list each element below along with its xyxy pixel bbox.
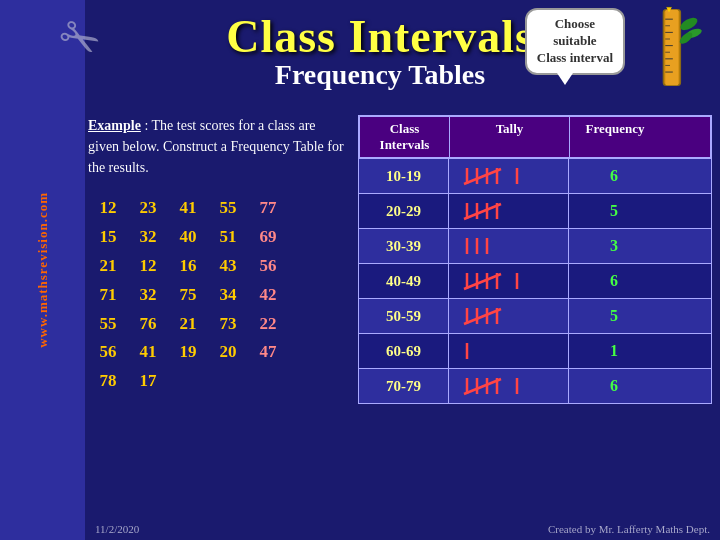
- freq-70-79: 6: [569, 369, 659, 403]
- header-frequency: Frequency: [570, 117, 660, 157]
- table-body: 10-19 6 20-29: [358, 159, 712, 510]
- num-4-0: 55: [88, 310, 128, 339]
- tally-10-19: [449, 159, 569, 193]
- interval-50-59: 50-59: [359, 299, 449, 333]
- table-row: 50-59 5: [358, 299, 712, 334]
- table-row: 40-49 6: [358, 264, 712, 299]
- num-0-3: 55: [208, 194, 248, 223]
- num-5-1: 41: [128, 338, 168, 367]
- interval-10-19: 10-19: [359, 159, 449, 193]
- table-row: 20-29 5: [358, 194, 712, 229]
- num-3-0: 71: [88, 281, 128, 310]
- interval-20-29: 20-29: [359, 194, 449, 228]
- svg-line-40: [464, 309, 501, 324]
- table-row: 70-79 6: [358, 369, 712, 404]
- tally-20-29: [449, 194, 569, 228]
- num-1-1: 32: [128, 223, 168, 252]
- footer-date: 11/2/2020: [95, 523, 139, 535]
- speech-line-2: suitable: [553, 33, 596, 48]
- table-row: 30-39 3: [358, 229, 712, 264]
- num-6-3: [208, 367, 248, 396]
- svg-line-26: [464, 204, 501, 219]
- speech-line-3: Class interval: [537, 50, 613, 65]
- num-5-3: 20: [208, 338, 248, 367]
- num-4-3: 73: [208, 310, 248, 339]
- freq-50-59: 5: [569, 299, 659, 333]
- header-interval: Class Intervals: [360, 117, 450, 157]
- numbers-grid: 12 23 41 55 77 15 32 40 51 69 21 12 16 4…: [88, 194, 348, 396]
- example-block: Example : The test scores for a class ar…: [88, 115, 348, 510]
- tally-30-39: [449, 229, 569, 263]
- num-0-0: 12: [88, 194, 128, 223]
- freq-60-69: 1: [569, 334, 659, 368]
- num-3-1: 32: [128, 281, 168, 310]
- tally-60-69: [449, 334, 569, 368]
- svg-line-34: [464, 274, 501, 289]
- subtitle: Frequency Tables: [275, 59, 485, 91]
- num-1-4: 69: [248, 223, 288, 252]
- num-2-4: 56: [248, 252, 288, 281]
- num-4-2: 21: [168, 310, 208, 339]
- num-2-1: 12: [128, 252, 168, 281]
- example-label: Example: [88, 118, 141, 133]
- speech-bubble: Choose suitable Class interval: [525, 8, 625, 75]
- tally-70-79: [449, 369, 569, 403]
- speech-line-1: Choose: [555, 16, 595, 31]
- num-6-4: [248, 367, 288, 396]
- num-0-4: 77: [248, 194, 288, 223]
- num-6-1: 17: [128, 367, 168, 396]
- num-2-3: 43: [208, 252, 248, 281]
- num-4-1: 76: [128, 310, 168, 339]
- interval-60-69: 60-69: [359, 334, 449, 368]
- num-5-4: 47: [248, 338, 288, 367]
- tally-40-49: [449, 264, 569, 298]
- sidebar: www.mathsrevision.com: [0, 0, 85, 540]
- frequency-table: Class Intervals Tally Frequency 10-19: [358, 115, 712, 510]
- freq-40-49: 6: [569, 264, 659, 298]
- num-0-2: 41: [168, 194, 208, 223]
- freq-10-19: 6: [569, 159, 659, 193]
- header-tally: Tally: [450, 117, 570, 157]
- sidebar-url: www.mathsrevision.com: [35, 192, 51, 348]
- num-0-1: 23: [128, 194, 168, 223]
- num-3-2: 75: [168, 281, 208, 310]
- num-5-2: 19: [168, 338, 208, 367]
- interval-70-79: 70-79: [359, 369, 449, 403]
- num-6-2: [168, 367, 208, 396]
- page: www.mathsrevision.com ✂ Cho: [0, 0, 720, 540]
- num-1-2: 40: [168, 223, 208, 252]
- tally-50-59: [449, 299, 569, 333]
- num-3-3: 34: [208, 281, 248, 310]
- num-2-2: 16: [168, 252, 208, 281]
- num-1-0: 15: [88, 223, 128, 252]
- num-5-0: 56: [88, 338, 128, 367]
- interval-40-49: 40-49: [359, 264, 449, 298]
- num-4-4: 22: [248, 310, 288, 339]
- footer: 11/2/2020 Created by Mr. Lafferty Maths …: [95, 523, 710, 535]
- freq-20-29: 5: [569, 194, 659, 228]
- ruler-icon: [630, 5, 710, 95]
- interval-30-39: 30-39: [359, 229, 449, 263]
- main-title: Class Intervals: [226, 12, 534, 63]
- svg-line-20: [464, 169, 501, 184]
- footer-credit: Created by Mr. Lafferty Maths Dept.: [548, 523, 710, 535]
- table-header: Class Intervals Tally Frequency: [358, 115, 712, 159]
- svg-line-46: [464, 379, 501, 394]
- num-2-0: 21: [88, 252, 128, 281]
- num-3-4: 42: [248, 281, 288, 310]
- freq-30-39: 3: [569, 229, 659, 263]
- num-1-3: 51: [208, 223, 248, 252]
- example-text: Example : The test scores for a class ar…: [88, 115, 348, 178]
- table-row: 10-19 6: [358, 159, 712, 194]
- num-6-0: 78: [88, 367, 128, 396]
- table-row: 60-69 1: [358, 334, 712, 369]
- content-area: Example : The test scores for a class ar…: [88, 115, 712, 510]
- svg-rect-1: [665, 10, 678, 86]
